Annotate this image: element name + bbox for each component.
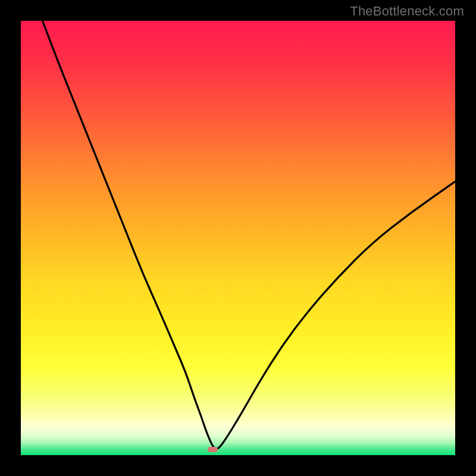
chart-frame: TheBottleneck.com xyxy=(0,0,476,476)
bottleneck-curve xyxy=(21,21,455,455)
minimum-marker xyxy=(208,447,218,452)
watermark-text: TheBottleneck.com xyxy=(350,4,464,19)
plot-area xyxy=(21,21,455,455)
